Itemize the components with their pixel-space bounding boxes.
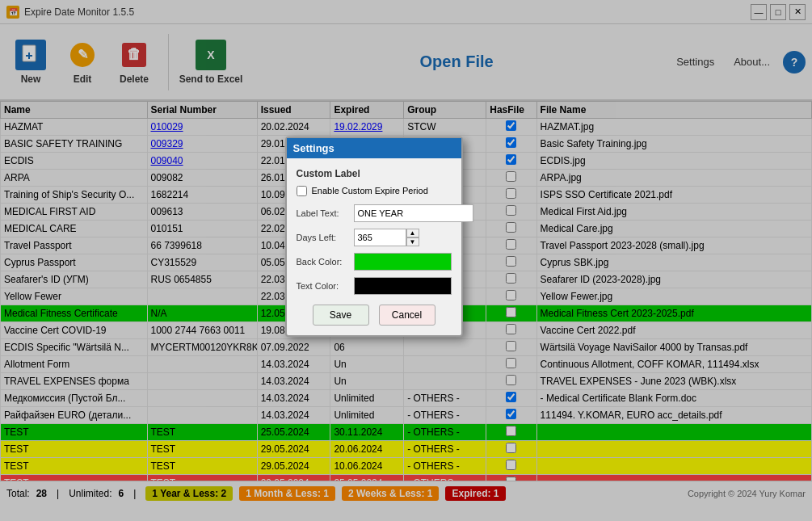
settings-modal: Settings Custom Label Enable Custom Expi… — [285, 137, 463, 337]
modal-content: Custom Label Enable Custom Expire Period… — [287, 158, 461, 335]
modal-title: Settings — [293, 142, 334, 154]
modal-titlebar: Settings — [287, 138, 461, 158]
modal-buttons: Save Cancel — [297, 305, 452, 326]
text-color-row: Text Color: — [297, 277, 452, 295]
days-left-input[interactable] — [354, 229, 406, 246]
days-left-label: Days Left: — [297, 233, 349, 242]
enable-custom-label: Enable Custom Expire Period — [312, 186, 428, 195]
days-down-btn[interactable]: ▼ — [406, 237, 419, 246]
modal-overlay: Settings Custom Label Enable Custom Expi… — [0, 0, 812, 521]
enable-custom-row: Enable Custom Expire Period — [297, 186, 452, 196]
label-text-row: Label Text: — [297, 204, 452, 222]
days-left-row: Days Left: ▲ ▼ — [297, 229, 452, 246]
text-color-label: Text Color: — [297, 281, 349, 291]
cancel-button[interactable]: Cancel — [379, 305, 435, 326]
label-text-label: Label Text: — [297, 208, 349, 218]
label-text-input[interactable] — [354, 204, 473, 222]
back-color-box[interactable] — [354, 253, 452, 271]
days-up-btn[interactable]: ▲ — [406, 229, 419, 237]
back-color-label: Back Color: — [297, 257, 349, 267]
back-color-row: Back Color: — [297, 253, 452, 271]
save-button[interactable]: Save — [313, 305, 369, 326]
modal-section-title: Custom Label — [297, 168, 452, 179]
text-color-box[interactable] — [354, 277, 452, 295]
days-left-spinner: ▲ ▼ — [354, 229, 419, 246]
enable-custom-checkbox[interactable] — [297, 186, 307, 196]
